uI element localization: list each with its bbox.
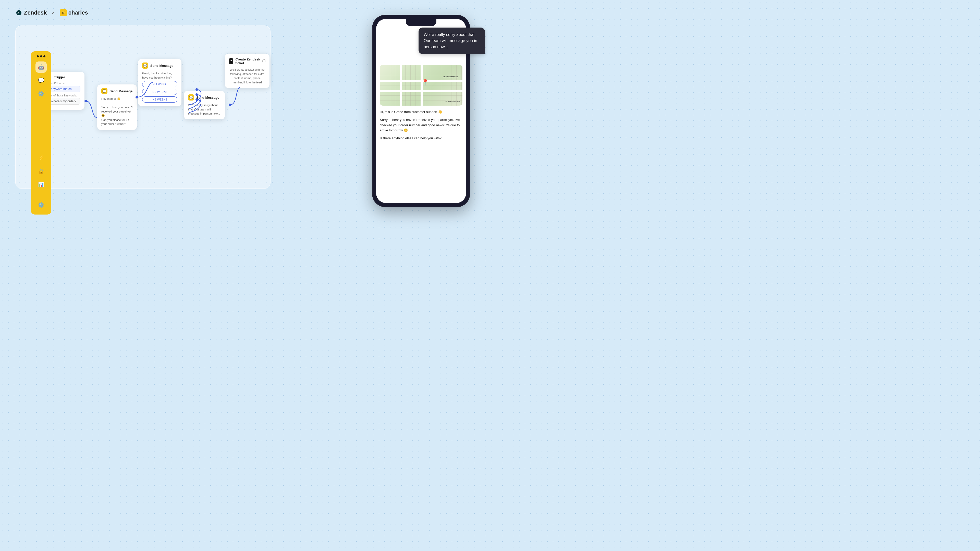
send-message-3-node: 💬 Send Message We're really sorry about … (184, 91, 225, 119)
chat-messages: Hi, this is Grace from customer support … (380, 110, 463, 200)
sidebar-dots (37, 56, 45, 57)
choice-btn-3[interactable]: > 2 WEEKS (142, 97, 177, 103)
send-msg-2-icon: 💬 (142, 62, 148, 68)
dot-3 (43, 56, 45, 57)
zendesk-z-icon: Z (15, 9, 22, 16)
trigger-event-value: Keyword match (48, 86, 80, 92)
zendesk-ticket-node: Z Create Zendesk ticket We'll create a t… (225, 54, 269, 88)
phone-notch (406, 19, 436, 26)
sidebar-item-config[interactable]: ⚙️ (35, 199, 47, 210)
header: Z Zendesk × 😊 charles (15, 9, 88, 16)
send-message-3-text: We're really sorry about that. Our team … (188, 103, 221, 116)
svg-point-6 (229, 103, 231, 106)
zendesk-node-icon: Z (229, 58, 233, 64)
choice-btn-2[interactable]: 1-2 WEEKS (142, 89, 177, 95)
cross-symbol: × (52, 10, 55, 16)
svg-point-1 (84, 100, 87, 102)
chat-line-1: Hi, this is Grace from customer support … (380, 110, 463, 115)
svg-point-3 (196, 88, 198, 91)
sidebar-item-bot[interactable]: 🤖 (35, 62, 47, 73)
send-message-3-header: 💬 Send Message (188, 94, 221, 100)
zendesk-node-text: We'll create a ticket with the following… (229, 68, 266, 84)
sidebar-item-chat[interactable]: 💬 (35, 75, 47, 86)
chat-line-3: Is there anything else I can help you wi… (380, 136, 463, 141)
send-message-1-header: 💬 Send Message (101, 88, 133, 94)
zendesk-node-header: Z Create Zendesk ticket (229, 57, 266, 65)
map-road-v1 (400, 65, 402, 106)
map-label-invalidenstr: INVALIDENSTR (445, 100, 460, 103)
send-message-2-node: 💬 Send Message Great, thanks. How long h… (138, 59, 181, 106)
zendesk-logo: Z Zendesk (15, 9, 47, 16)
trigger-event-label: Event/Source (48, 82, 80, 85)
send-msg-1-icon: 💬 (101, 88, 107, 94)
map-label-bergstrasse: BERGSTRASSE (443, 76, 458, 78)
charles-logo: 😊 charles (60, 9, 88, 16)
send-message-1-node: 💬 Send Message Hey (name) 👋 Sorry to hea… (97, 84, 137, 130)
sidebar: 🤖 💬 ⚙️ ⚡ 🔒 📊 ⚙️ (31, 51, 51, 214)
trigger-node-header: ⚡ Trigger (48, 75, 80, 79)
sidebar-item-settings[interactable]: ⚙️ (35, 88, 47, 99)
phone-container: We're really sorry about that. Our team … (372, 15, 469, 206)
charles-icon: 😊 (60, 9, 67, 16)
trigger-keywords-label: Any of those keywords: (48, 94, 80, 97)
chat-bubble-dark: We're really sorry about that. Our team … (418, 27, 485, 54)
map-area: BERGSTRASSE INVALIDENSTR 📍 (380, 65, 463, 106)
send-message-1-text: Hey (name) 👋 Sorry to hear you haven't r… (101, 97, 133, 126)
sidebar-item-analytics[interactable]: 📊 (35, 179, 47, 190)
map-pin: 📍 (422, 79, 429, 86)
svg-text:Z: Z (18, 11, 19, 15)
send-message-2-header: 💬 Send Message (142, 62, 177, 68)
zendesk-node-expand[interactable] (262, 59, 266, 63)
chat-line-2: Sorry to hear you haven't received your … (380, 118, 463, 133)
sidebar-item-automation[interactable]: ⚡ (35, 152, 47, 164)
workflow-canvas: 🤖 💬 ⚙️ ⚡ 🔒 📊 ⚙️ ⚡ Trigger Event (15, 25, 270, 189)
sidebar-item-lock[interactable]: 🔒 (35, 165, 47, 177)
send-message-2-text: Great, thanks. How long have you been wa… (142, 71, 177, 79)
trigger-keyword-value: Where's my order? (48, 98, 80, 105)
dot-2 (40, 56, 42, 57)
send-msg-3-icon: 💬 (188, 94, 194, 100)
choice-btn-1[interactable]: < 1 WEEK (142, 81, 177, 87)
dot-1 (37, 56, 39, 57)
